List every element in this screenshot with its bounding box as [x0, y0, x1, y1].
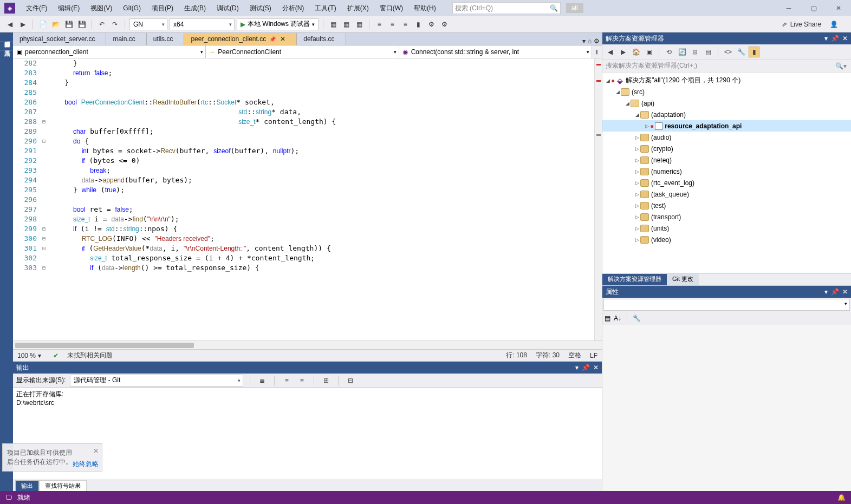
tree-node[interactable]: ▷(crypto)	[602, 143, 851, 154]
menu-item[interactable]: 帮助(H)	[408, 2, 441, 14]
all-filter-button[interactable]: all	[566, 3, 583, 13]
fold-gutter[interactable]: ⊟⊟⊟⊟⊟⊟	[40, 58, 48, 341]
dropdown-icon[interactable]: ▾	[824, 288, 828, 296]
tree-node[interactable]: ▷(units)	[602, 222, 851, 234]
menu-item[interactable]: 窗口(W)	[374, 2, 408, 14]
menu-item[interactable]: 扩展(X)	[342, 2, 374, 14]
nav-project-combo[interactable]: ▣ peerconnection_client	[13, 45, 206, 58]
tool-icon-5[interactable]: ≡	[387, 19, 398, 30]
tool-icon-3[interactable]: ▦	[354, 19, 365, 30]
live-share-button[interactable]: ⇗ Live Share 👤	[782, 21, 838, 28]
start-debug-button[interactable]: ▶ 本地 Windows 调试器 ▾	[237, 18, 319, 30]
solution-tree[interactable]: ◢●⬙解决方案"all"(1290 个项目，共 1290 个)◢(src)◢(a…	[602, 73, 851, 273]
tree-node[interactable]: ▷(video)	[602, 234, 851, 245]
prev-icon[interactable]: ≡	[281, 375, 292, 386]
document-tab[interactable]: defaults.cc	[297, 33, 346, 45]
h-scrollbar[interactable]	[13, 341, 602, 349]
clear-icon[interactable]: ⊞	[321, 375, 332, 386]
solution-search-input[interactable]: 搜索解决方案资源管理器(Ctrl+;) 🔍▾	[602, 60, 851, 73]
menu-item[interactable]: 文件(F)	[21, 2, 53, 14]
tree-node[interactable]: ◢(api)	[602, 97, 851, 109]
close-button[interactable]: ✕	[826, 0, 851, 16]
maximize-button[interactable]: ▢	[801, 0, 826, 16]
menu-item[interactable]: 调试(D)	[211, 2, 244, 14]
document-tab[interactable]: peer_connection_client.cc📌✕	[184, 33, 297, 45]
menu-item[interactable]: 编辑(E)	[53, 2, 85, 14]
zoom-combo[interactable]: 100 % ▾	[17, 352, 41, 359]
tree-node[interactable]: ▷(transport)	[602, 211, 851, 222]
dropdown-icon[interactable]: ▾	[575, 364, 579, 371]
tree-node[interactable]: ◢(src)	[602, 86, 851, 97]
tool-icon-9[interactable]: ⚙	[439, 19, 450, 30]
toolbox-tab[interactable]: 工具箱	[0, 42, 13, 51]
tree-node[interactable]: ▷(test)	[602, 200, 851, 211]
solution-bottom-tab[interactable]: 解决方案资源管理器	[602, 274, 667, 285]
properties-icon[interactable]: ▮	[749, 47, 759, 57]
tool-icon-1[interactable]: ▦	[328, 19, 339, 30]
props-wrench-icon[interactable]: 🔧	[633, 315, 641, 322]
nav-class-combo[interactable]: → PeerConnectionClient	[206, 45, 399, 58]
undo-icon[interactable]: ↶	[96, 19, 107, 30]
menu-item[interactable]: 视图(V)	[85, 2, 118, 14]
output-source-combo[interactable]: 源代码管理 - Git	[70, 375, 243, 387]
refresh-icon[interactable]: 🔄	[677, 47, 687, 57]
show-all-icon[interactable]: ▤	[703, 47, 713, 57]
code-editor[interactable]: 2822832842852862872882892902912922932942…	[13, 58, 602, 341]
pin-icon[interactable]: 📌	[831, 288, 839, 296]
minimize-button[interactable]: ─	[776, 0, 801, 16]
next-icon[interactable]: ≡	[296, 375, 307, 386]
nav-split-icon[interactable]: ⫴	[592, 45, 602, 58]
document-tab[interactable]: main.cc	[106, 33, 146, 45]
switch-icon[interactable]: ▣	[644, 47, 654, 57]
save-icon[interactable]: 💾	[63, 19, 74, 30]
bottom-tab[interactable]: 输出	[15, 480, 39, 491]
tree-node[interactable]: ▷(task_queue)	[602, 188, 851, 200]
tool-icon-6[interactable]: ≡	[400, 19, 411, 30]
props-object-combo[interactable]	[603, 299, 850, 311]
tree-node[interactable]: ▷●resource_adaptation_api	[602, 120, 851, 132]
menu-item[interactable]: 分析(N)	[277, 2, 310, 14]
goto-icon[interactable]: ≣	[257, 375, 268, 386]
pin-icon[interactable]: 📌	[582, 364, 590, 371]
save-all-icon[interactable]: 💾	[76, 19, 87, 30]
platform-combo[interactable]: x64	[170, 18, 235, 30]
quick-search-input[interactable]: 搜索 (Ctrl+Q) 🔍	[452, 2, 561, 14]
pin-icon[interactable]: 📌	[831, 35, 839, 42]
notif-close-icon[interactable]: ✕	[93, 447, 99, 455]
code-area[interactable]: } return false; } bool PeerConnectionCli…	[48, 58, 594, 341]
new-file-icon[interactable]: 📄	[37, 19, 48, 30]
document-tab[interactable]: utils.cc	[147, 33, 185, 45]
close-icon[interactable]: ✕	[593, 364, 599, 371]
menu-item[interactable]: 测试(S)	[244, 2, 277, 14]
tab-list-icon[interactable]: ▾	[582, 37, 586, 45]
tree-node[interactable]: ▷(neteq)	[602, 154, 851, 166]
feedback-icon[interactable]: 🖵	[5, 494, 12, 501]
tree-node[interactable]: ▷(rtc_event_log)	[602, 177, 851, 188]
tool-icon-4[interactable]: ≡	[374, 19, 385, 30]
code-icon[interactable]: <​>	[723, 47, 733, 57]
bottom-tab[interactable]: 查找符号结果	[39, 480, 87, 491]
tab-home-icon[interactable]: ⌂	[588, 37, 592, 45]
menu-item[interactable]: 生成(B)	[179, 2, 211, 14]
wrap-icon[interactable]: ⊟	[345, 375, 356, 386]
solution-bottom-tab[interactable]: Git 更改	[667, 274, 699, 285]
close-icon[interactable]: ✕	[842, 288, 848, 296]
nav-fwd-icon[interactable]: ▶	[17, 19, 28, 30]
dropdown-icon[interactable]: ▾	[824, 35, 828, 42]
tool-icon-2[interactable]: ▦	[341, 19, 352, 30]
tree-node[interactable]: ▷(numerics)	[602, 166, 851, 177]
tool-icon-8[interactable]: ⚙	[426, 19, 437, 30]
document-tab[interactable]: physical_socket_server.cc	[13, 33, 106, 45]
close-icon[interactable]: ✕	[842, 35, 848, 42]
home-icon[interactable]: 🏠	[631, 47, 641, 57]
properties-grid[interactable]	[602, 325, 851, 491]
categorized-icon[interactable]: ▤	[605, 315, 610, 322]
nav-member-combo[interactable]: ◉ Connect(const std::string & server, in…	[399, 45, 592, 58]
collapse-icon[interactable]: ⊟	[690, 47, 700, 57]
tree-node[interactable]: ◢●⬙解决方案"all"(1290 个项目，共 1290 个)	[602, 75, 851, 86]
open-icon[interactable]: 📂	[50, 19, 61, 30]
menu-item[interactable]: 项目(P)	[146, 2, 179, 14]
menu-item[interactable]: Git(G)	[118, 2, 146, 14]
nav-back-icon[interactable]: ◀	[4, 19, 15, 30]
tab-gear-icon[interactable]: ⚙	[594, 37, 600, 45]
